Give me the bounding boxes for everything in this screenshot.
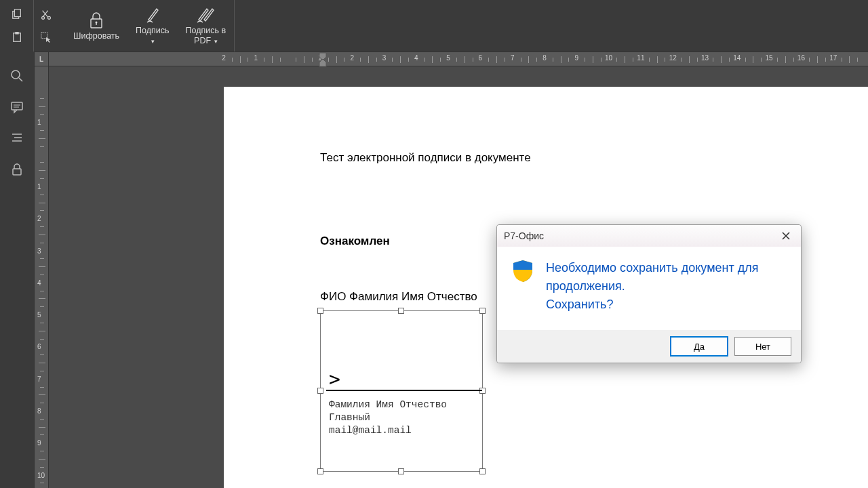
- yes-button[interactable]: Да: [671, 337, 728, 356]
- doc-line-2: Ознакомлен: [320, 235, 390, 248]
- main-area: 211234567891011121314151617 112345678910…: [0, 52, 868, 488]
- ruler-tick: 12: [669, 54, 677, 62]
- cut-icon[interactable]: [41, 9, 52, 20]
- left-sidebar: [0, 52, 34, 488]
- ribbon-buttons-group: Шифровать Подпись▾ Подпись вPDF ▾: [65, 0, 235, 52]
- svg-rect-9: [96, 22, 96, 25]
- svg-rect-2: [13, 33, 20, 41]
- signature-arrow-glyph: >: [329, 368, 340, 390]
- ruler-tick: 6: [37, 343, 41, 350]
- shield-icon: [511, 259, 535, 283]
- sign-button[interactable]: Подпись▾: [127, 0, 177, 52]
- horizontal-ruler[interactable]: 211234567891011121314151617: [34, 52, 868, 66]
- dialog-footer: Да Нет: [497, 330, 801, 363]
- ribbon-mini-column-1: [0, 0, 34, 52]
- protection-icon[interactable]: [10, 163, 24, 176]
- encrypt-button[interactable]: Шифровать: [65, 0, 127, 52]
- chevron-down-icon: ▾: [214, 38, 218, 45]
- ruler-tick: 9: [37, 439, 41, 447]
- doc-line-1: Тест электронной подписи в документе: [320, 151, 531, 165]
- headings-icon[interactable]: [10, 131, 24, 145]
- signature-role: Главный: [329, 412, 370, 423]
- ruler-tick: 2: [222, 54, 226, 62]
- sign-pdf-button[interactable]: Подпись вPDF ▾: [178, 0, 235, 52]
- ruler-tick: 5: [37, 311, 41, 319]
- chevron-down-icon: ▾: [151, 38, 155, 45]
- svg-line-11: [19, 78, 22, 81]
- pen-icon: [144, 5, 161, 24]
- ruler-tick: 7: [511, 54, 515, 62]
- svg-rect-1: [14, 9, 20, 17]
- dialog-body: Необходимо сохранить документ для продол…: [497, 247, 801, 330]
- close-icon[interactable]: [778, 228, 794, 244]
- sign-label: Подпись▾: [136, 26, 169, 46]
- signature-name: Фамилия Имя Отчество: [329, 399, 447, 410]
- ruler-tick: 1: [254, 54, 258, 62]
- ruler-tick: 10: [37, 471, 45, 479]
- ribbon-mini-column-2: [34, 0, 58, 52]
- select-icon[interactable]: [41, 32, 52, 43]
- vertical-ruler[interactable]: 112345678910: [34, 66, 49, 488]
- ruler-tick: 14: [733, 54, 741, 62]
- resize-handle[interactable]: [398, 468, 404, 474]
- ruler-tick: 13: [701, 54, 709, 62]
- svg-point-10: [12, 70, 20, 79]
- ruler-tick: 2: [37, 215, 41, 222]
- signature-email: mail@mail.mail: [329, 425, 412, 436]
- ruler-tick: 3: [382, 54, 387, 62]
- ruler-tick: 15: [766, 54, 773, 62]
- ribbon-toolbar: Шифровать Подпись▾ Подпись вPDF ▾: [0, 0, 868, 52]
- ruler-tick: 11: [637, 54, 644, 62]
- svg-point-5: [47, 16, 50, 19]
- dialog-message: Необходимо сохранить документ для продол…: [546, 259, 787, 314]
- resize-handle[interactable]: [317, 388, 323, 394]
- dialog-title-text: Р7-Офис: [504, 230, 778, 241]
- ruler-tick: 6: [479, 54, 483, 62]
- ruler-tick: 8: [542, 54, 547, 62]
- ruler-tick: 1: [37, 182, 41, 190]
- svg-rect-18: [13, 169, 21, 175]
- ruler-tick: 3: [37, 247, 41, 254]
- ruler-tick: 10: [605, 54, 612, 62]
- ruler-tick: 2: [350, 54, 354, 62]
- comment-icon[interactable]: [10, 100, 24, 114]
- signature-frame[interactable]: > Фамилия Имя Отчество Главный mail@mail…: [320, 310, 483, 472]
- save-dialog: Р7-Офис Необходимо сохранить документ дл…: [496, 224, 802, 363]
- no-button[interactable]: Нет: [734, 337, 791, 356]
- ruler-tick: 4: [37, 279, 41, 286]
- paste-icon[interactable]: [12, 32, 22, 43]
- search-icon[interactable]: [10, 69, 24, 83]
- ruler-tick: 16: [797, 54, 805, 62]
- ruler-tick: 1: [37, 119, 41, 126]
- dialog-titlebar[interactable]: Р7-Офис: [497, 225, 801, 247]
- ruler-tick: 17: [829, 54, 837, 62]
- svg-rect-12: [12, 102, 22, 110]
- lock-icon: [88, 11, 104, 30]
- ruler-tick: 7: [37, 375, 41, 382]
- ruler-corner[interactable]: [34, 52, 49, 66]
- ruler-tick: 5: [446, 54, 450, 62]
- ruler-tick: 9: [575, 54, 579, 62]
- indent-marker[interactable]: [319, 52, 327, 67]
- sign-pdf-label: Подпись вPDF ▾: [186, 26, 226, 46]
- resize-handle[interactable]: [317, 468, 323, 474]
- signature-line: [326, 390, 482, 391]
- svg-rect-3: [15, 32, 18, 35]
- resize-handle[interactable]: [317, 308, 323, 314]
- resize-handle[interactable]: [479, 468, 486, 474]
- ruler-tick: 8: [37, 407, 41, 415]
- resize-handle[interactable]: [479, 308, 486, 314]
- resize-handle[interactable]: [398, 308, 404, 314]
- ruler-tick: 4: [414, 54, 418, 62]
- copy-icon[interactable]: [12, 9, 22, 20]
- encrypt-label: Шифровать: [73, 31, 119, 41]
- svg-point-4: [42, 16, 45, 19]
- doc-line-3: ФИО Фамилия Имя Отчество: [320, 290, 477, 304]
- pen-pdf-icon: [196, 5, 215, 24]
